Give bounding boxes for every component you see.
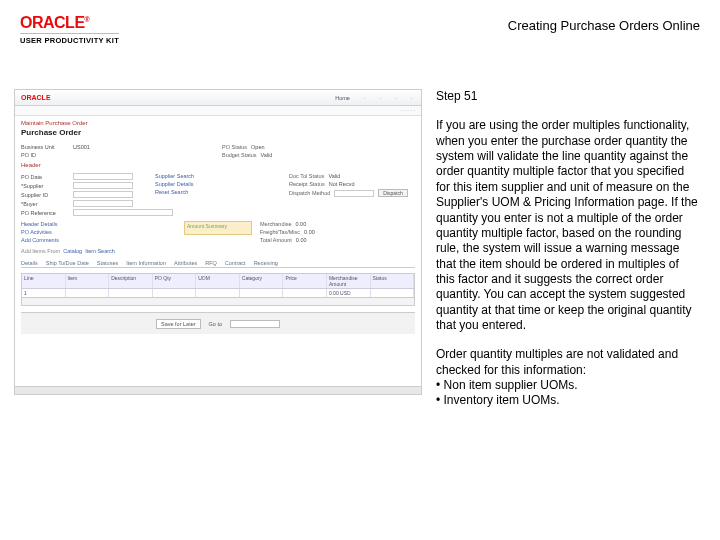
- brand-text: ORACLE: [20, 14, 85, 31]
- tab[interactable]: Receiving: [254, 260, 278, 266]
- field-label: Business Unit: [21, 144, 69, 150]
- field-label: Supplier ID: [21, 192, 69, 198]
- cell[interactable]: [66, 289, 110, 297]
- field-label: *Buyer: [21, 201, 69, 207]
- field-value: 0.00: [304, 229, 315, 235]
- cell[interactable]: [240, 289, 284, 297]
- amount-summary-box: Amount Summary: [184, 221, 252, 235]
- tab[interactable]: Item Information: [126, 260, 166, 266]
- lines-grid: Line Item Description PO Qty UOM Categor…: [21, 273, 415, 306]
- goto-select[interactable]: [230, 320, 280, 328]
- cell: 0.00 USD: [327, 289, 371, 297]
- app-top-bar: ORACLE Home · · · ·: [15, 90, 421, 106]
- field-label: PO Status: [222, 144, 247, 150]
- tab[interactable]: Attributes: [174, 260, 197, 266]
- cell[interactable]: [109, 289, 153, 297]
- breadcrumb: Maintain Purchase Order: [21, 120, 415, 126]
- cell[interactable]: [153, 289, 197, 297]
- field-label: *Supplier: [21, 183, 69, 189]
- field-label: PO Reference: [21, 210, 69, 216]
- field-label: Doc Tol Status: [289, 173, 324, 179]
- field-label: Dispatch Method: [289, 190, 330, 196]
- field-label: Receipt Status: [289, 181, 325, 187]
- doc-title: Creating Purchase Orders Online: [508, 18, 700, 33]
- col-header: Status: [371, 274, 415, 288]
- cell: [371, 289, 415, 297]
- app-logo: ORACLE: [21, 94, 51, 101]
- link[interactable]: Supplier Search: [155, 173, 281, 179]
- col-header: Description: [109, 274, 153, 288]
- app-window: ORACLE Home · · · · · · · · · Maintain P…: [14, 89, 422, 395]
- field-label: PO Date: [21, 174, 69, 180]
- col-header: Item: [66, 274, 110, 288]
- buyer-input[interactable]: [73, 200, 133, 207]
- nav-item[interactable]: ·: [392, 94, 400, 102]
- col-header: PO Qty: [153, 274, 197, 288]
- supplier-input[interactable]: [73, 182, 133, 189]
- line-tabs: Details Ship To/Due Date Statuses Item I…: [21, 260, 415, 268]
- dispatch-button[interactable]: Dispatch: [378, 189, 407, 197]
- cell[interactable]: [196, 289, 240, 297]
- goto-label: Go to: [209, 321, 222, 327]
- brand-block: ORACLE® USER PRODUCTIVITY KIT: [20, 14, 119, 45]
- save-button[interactable]: Save for Later: [156, 319, 201, 329]
- bullet: • Inventory item UOMs.: [436, 393, 700, 408]
- link[interactable]: Add Comments: [21, 237, 176, 243]
- tab[interactable]: Contract: [225, 260, 246, 266]
- scrollbar[interactable]: [15, 386, 421, 394]
- tab[interactable]: Details: [21, 260, 38, 266]
- field-value: 0.00: [296, 237, 307, 243]
- field-value: Valid: [328, 173, 340, 179]
- date-input[interactable]: [73, 173, 133, 180]
- table-row[interactable]: 1 0.00 USD: [22, 289, 414, 297]
- nav-item[interactable]: ·: [376, 94, 384, 102]
- nav-item[interactable]: Home: [332, 94, 353, 102]
- product-line: USER PRODUCTIVITY KIT: [20, 33, 119, 45]
- grid-footer: [22, 297, 414, 305]
- col-header: Merchandise Amount: [327, 274, 371, 288]
- app-nav: Home · · · ·: [332, 94, 415, 102]
- field-label: Total Amount: [260, 237, 292, 243]
- bullet: • Non item supplier UOMs.: [436, 378, 700, 393]
- step-body: If you are using the order multiples fun…: [436, 118, 700, 333]
- link[interactable]: Header Details: [21, 221, 176, 227]
- link[interactable]: Catalog: [63, 248, 82, 254]
- po-ref-input[interactable]: [73, 209, 173, 216]
- registered-mark: ®: [85, 16, 90, 23]
- embedded-screenshot: ORACLE Home · · · · · · · · · Maintain P…: [14, 89, 422, 395]
- tab[interactable]: Statuses: [97, 260, 118, 266]
- col-header: Line: [22, 274, 66, 288]
- nav-item[interactable]: ·: [407, 94, 415, 102]
- field-label: Freight/Tax/Misc: [260, 229, 300, 235]
- grid-header: Line Item Description PO Qty UOM Categor…: [22, 274, 414, 289]
- link[interactable]: Supplier Details: [155, 181, 281, 187]
- link[interactable]: Reset Search: [155, 189, 281, 195]
- field-value: Valid: [261, 152, 273, 158]
- field-value: 0.00: [296, 221, 307, 227]
- tab[interactable]: Ship To/Due Date: [46, 260, 89, 266]
- field-value: Open: [251, 144, 264, 150]
- field-label: Merchandise: [260, 221, 292, 227]
- link[interactable]: PO Activities: [21, 229, 176, 235]
- field-label: Budget Status: [222, 152, 257, 158]
- bottom-pane: Save for Later Go to: [21, 312, 415, 334]
- link[interactable]: Item Search: [85, 248, 115, 254]
- oracle-logo: ORACLE®: [20, 14, 119, 32]
- dispatch-select[interactable]: [334, 190, 374, 197]
- supplier-id-input[interactable]: [73, 191, 133, 198]
- col-header: Category: [240, 274, 284, 288]
- col-header: UOM: [196, 274, 240, 288]
- step-body2-intro: Order quantity multiples are not validat…: [436, 347, 700, 378]
- field-value: Not Recvd: [329, 181, 355, 187]
- field-label: PO ID: [21, 152, 69, 158]
- app-body: Maintain Purchase Order Purchase Order B…: [15, 116, 421, 386]
- tab[interactable]: RFQ: [205, 260, 217, 266]
- app-subbar: · · · · ·: [15, 106, 421, 116]
- field-value: US001: [73, 144, 90, 150]
- section-header: Header: [21, 162, 415, 168]
- page-title: Purchase Order: [21, 128, 415, 137]
- nav-item[interactable]: ·: [361, 94, 369, 102]
- cell[interactable]: [283, 289, 327, 297]
- col-header: Price: [283, 274, 327, 288]
- add-items-from: Add Items From Catalog Item Search: [21, 248, 415, 254]
